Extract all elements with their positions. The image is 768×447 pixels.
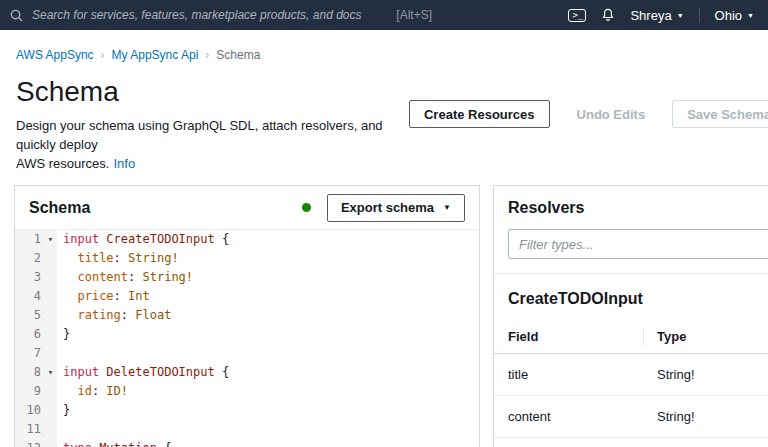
resolvers-panel-header: Resolvers <box>494 186 768 226</box>
breadcrumb-link[interactable]: AWS AppSync <box>16 48 94 62</box>
line-number: 12 <box>15 439 44 447</box>
line-number: 3 <box>15 268 44 287</box>
gutter: 6 <box>15 325 57 344</box>
appsync-schema-page: Search for services, features, marketpla… <box>0 0 768 447</box>
line-number: 9 <box>15 382 44 401</box>
code-line: 10} <box>15 401 479 420</box>
gutter: 8▾ <box>15 363 57 382</box>
line-number: 6 <box>15 325 44 344</box>
global-search[interactable]: Search for services, features, marketpla… <box>0 0 468 30</box>
export-schema-label: Export schema <box>341 200 434 215</box>
fold-spacer <box>44 344 57 363</box>
code-line: 7 <box>15 344 479 363</box>
gutter: 7 <box>15 344 57 363</box>
breadcrumb-link[interactable]: My AppSync Api <box>112 48 199 62</box>
code-line: 11 <box>15 420 479 439</box>
schema-panel-header: Schema Export schema ▼ <box>15 186 479 230</box>
caret-down-icon: ▼ <box>677 12 684 19</box>
code-text: rating: Float <box>57 306 171 325</box>
code-line: 3 content: String! <box>15 268 479 287</box>
caret-down-icon: ▼ <box>443 204 451 212</box>
gutter: 11 <box>15 420 57 439</box>
table-header-cell: Field <box>494 320 643 354</box>
gutter: 4 <box>15 287 57 306</box>
region-menu-label: Ohio <box>715 8 742 23</box>
line-number: 8 <box>15 363 44 382</box>
fold-spacer <box>44 306 57 325</box>
user-menu[interactable]: Shreya ▼ <box>630 8 683 23</box>
table-header-row: FieldType <box>494 320 768 354</box>
breadcrumb-separator-icon: › <box>101 48 105 62</box>
code-line: 8▾input DeleteTODOInput { <box>15 363 479 382</box>
schema-status-indicator <box>302 203 311 212</box>
table-header-cell: Type <box>643 320 768 354</box>
fold-arrow-icon[interactable]: ▾ <box>44 363 57 382</box>
line-number: 1 <box>15 230 44 249</box>
fold-arrow-icon[interactable]: ▾ <box>44 439 57 447</box>
gutter: 9 <box>15 382 57 401</box>
line-number: 7 <box>15 344 44 363</box>
notifications-bell-icon[interactable] <box>601 8 615 22</box>
caret-down-icon: ▼ <box>747 12 754 19</box>
code-text: type Mutation { <box>57 439 171 447</box>
fold-spacer <box>44 420 57 439</box>
topbar-divider <box>699 8 700 23</box>
fold-spacer <box>44 382 57 401</box>
page-description: Design your schema using GraphQL SDL, at… <box>16 116 409 173</box>
line-number: 10 <box>15 401 44 420</box>
description-line-2: AWS resources. <box>16 156 109 171</box>
fold-spacer <box>44 249 57 268</box>
table-cell: String! <box>643 354 768 396</box>
code-line: 9 id: ID! <box>15 382 479 401</box>
search-placeholder: Search for services, features, marketpla… <box>32 8 362 22</box>
search-shortcut-badge: [Alt+S] <box>396 8 432 22</box>
fold-spacer <box>44 401 57 420</box>
fold-spacer <box>44 287 57 306</box>
gutter: 2 <box>15 249 57 268</box>
undo-edits-button[interactable]: Undo Edits <box>562 100 661 128</box>
search-icon <box>10 9 23 22</box>
resolvers-panel-title: Resolvers <box>508 199 768 217</box>
table-cell: title <box>494 354 643 396</box>
line-number: 11 <box>15 420 44 439</box>
region-menu[interactable]: Ohio ▼ <box>715 8 754 23</box>
resolver-fields-table: FieldType titleString!contentString! <box>494 320 768 438</box>
line-number: 5 <box>15 306 44 325</box>
gutter: 10 <box>15 401 57 420</box>
export-schema-button[interactable]: Export schema ▼ <box>327 194 465 222</box>
page-title: Schema <box>16 76 409 108</box>
filter-wrap <box>494 226 768 273</box>
code-text: input CreateTODOInput { <box>57 230 229 249</box>
code-text: title: String! <box>57 249 179 268</box>
create-resources-button[interactable]: Create Resources <box>409 100 550 128</box>
code-text: } <box>57 325 70 344</box>
breadcrumb-separator-icon: › <box>205 48 209 62</box>
gutter: 12▾ <box>15 439 57 447</box>
filter-types-input[interactable] <box>508 229 768 259</box>
fold-spacer <box>44 268 57 287</box>
table-cell: content <box>494 396 643 438</box>
schema-code-editor[interactable]: 1▾input CreateTODOInput {2 title: String… <box>15 230 479 447</box>
schema-panel-title: Schema <box>29 199 90 217</box>
cloudshell-icon[interactable]: >_ <box>568 9 586 22</box>
page-header-text: Schema Design your schema using GraphQL … <box>16 72 409 173</box>
save-schema-button[interactable]: Save Schema <box>672 100 768 128</box>
panel-divider <box>494 273 768 274</box>
gutter: 5 <box>15 306 57 325</box>
page-actions: Create Resources Undo Edits Save Schema <box>409 100 768 128</box>
schema-panel: Schema Export schema ▼ 1▾input CreateTOD… <box>14 185 480 447</box>
table-row: titleString! <box>494 354 768 396</box>
description-line-1: Design your schema using GraphQL SDL, at… <box>16 118 383 152</box>
gutter: 3 <box>15 268 57 287</box>
code-text <box>57 420 63 439</box>
breadcrumb: AWS AppSync›My AppSync Api›Schema <box>0 30 768 70</box>
info-link[interactable]: Info <box>113 156 135 171</box>
code-text: id: ID! <box>57 382 128 401</box>
fold-spacer <box>44 325 57 344</box>
line-number: 4 <box>15 287 44 306</box>
fold-arrow-icon[interactable]: ▾ <box>44 230 57 249</box>
page-header: Schema Design your schema using GraphQL … <box>0 70 768 185</box>
code-line: 6} <box>15 325 479 344</box>
code-text: } <box>57 401 70 420</box>
code-text: content: String! <box>57 268 193 287</box>
